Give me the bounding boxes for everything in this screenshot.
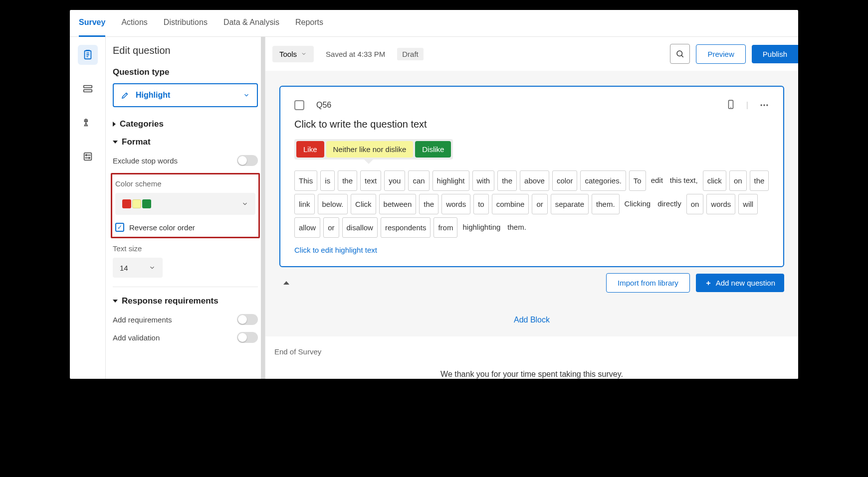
highlight-word[interactable]: them.	[505, 217, 528, 238]
tools-dropdown[interactable]: Tools	[272, 46, 314, 62]
section-categories[interactable]: Categories	[113, 119, 258, 129]
highlight-text-area[interactable]: Thisisthetextyoucanhighlightwiththeabove…	[294, 170, 769, 238]
highlight-word[interactable]: the	[497, 170, 517, 191]
highlight-word[interactable]: above	[520, 170, 549, 191]
rail-look-icon[interactable]	[78, 113, 98, 133]
highlight-word[interactable]: To	[629, 170, 646, 191]
section-format[interactable]: Format	[113, 137, 258, 147]
divider	[113, 287, 258, 287]
search-button[interactable]	[670, 44, 690, 64]
highlight-word[interactable]: disallow	[342, 217, 378, 238]
chevron-down-icon	[241, 200, 248, 207]
more-icon[interactable]	[759, 100, 769, 110]
add-requirements-label: Add requirements	[113, 316, 172, 324]
highlight-word[interactable]: This	[294, 170, 317, 191]
rail-builder-icon[interactable]	[78, 45, 98, 65]
color-scheme-select[interactable]	[115, 193, 255, 215]
highlight-word[interactable]: or	[532, 194, 547, 214]
highlight-word[interactable]: is	[320, 170, 335, 191]
add-requirements-toggle[interactable]	[237, 314, 258, 325]
highlight-word[interactable]: categories.	[580, 170, 626, 191]
edit-highlight-link[interactable]: Click to edit highlight text	[294, 246, 769, 254]
mobile-preview-icon[interactable]	[726, 99, 735, 112]
highlight-word[interactable]: click	[703, 170, 726, 191]
highlight-word[interactable]: allow	[294, 217, 320, 238]
svg-point-9	[763, 104, 765, 106]
highlight-word[interactable]: Click	[351, 194, 376, 214]
category-neutral[interactable]: Neither like nor dislike	[326, 141, 414, 158]
highlight-word[interactable]: them.	[592, 194, 620, 214]
highlight-word[interactable]: edit	[649, 170, 665, 191]
highlight-word[interactable]: can	[408, 170, 429, 191]
svg-point-10	[766, 104, 768, 106]
svg-rect-3	[84, 153, 91, 160]
svg-point-5	[88, 157, 90, 159]
highlight-word[interactable]: with	[472, 170, 495, 191]
draft-badge: Draft	[397, 48, 424, 60]
highlight-word[interactable]: words	[441, 194, 470, 214]
caret-down-icon	[113, 141, 118, 144]
tab-data-analysis[interactable]: Data & Analysis	[223, 10, 279, 37]
tab-survey[interactable]: Survey	[79, 10, 105, 37]
rail-flow-icon[interactable]	[78, 79, 98, 99]
highlight-word[interactable]: below.	[318, 194, 348, 214]
highlight-word[interactable]: this text,	[668, 170, 700, 191]
category-pointer-icon	[364, 159, 373, 164]
exclude-stop-words-label: Exclude stop words	[113, 157, 178, 165]
add-question-button[interactable]: Add new question	[696, 274, 784, 292]
tab-actions[interactable]: Actions	[121, 10, 147, 37]
highlight-word[interactable]: text	[360, 170, 381, 191]
highlight-word[interactable]: Clicking	[623, 194, 653, 214]
svg-rect-1	[83, 86, 92, 88]
highlight-word[interactable]: separate	[551, 194, 589, 214]
highlight-word[interactable]: the	[750, 170, 769, 191]
question-type-select[interactable]: Highlight	[113, 83, 258, 107]
highlight-word[interactable]: the	[338, 170, 357, 191]
preview-button[interactable]: Preview	[696, 44, 745, 64]
question-select-checkbox[interactable]	[294, 100, 304, 110]
highlight-word[interactable]: words	[706, 194, 735, 214]
tab-distributions[interactable]: Distributions	[164, 10, 208, 37]
add-block-link[interactable]: Add Block	[265, 307, 798, 333]
highlight-word[interactable]: will	[738, 194, 758, 214]
highlight-word[interactable]: highlight	[433, 170, 469, 191]
add-validation-toggle[interactable]	[237, 332, 258, 343]
svg-point-4	[85, 155, 87, 156]
highlight-word[interactable]: to	[473, 194, 489, 214]
question-text[interactable]: Click to write the question text	[294, 119, 769, 130]
publish-button[interactable]: Publish	[752, 45, 798, 63]
category-dislike[interactable]: Dislike	[415, 141, 451, 158]
reverse-color-checkbox[interactable]: ✓	[115, 223, 124, 232]
highlight-word[interactable]: from	[434, 217, 457, 238]
highlight-word[interactable]: you	[384, 170, 405, 191]
question-card[interactable]: Q56 | Click to write the question text L…	[279, 86, 784, 267]
highlight-word[interactable]: link	[294, 194, 315, 214]
highlight-word[interactable]: on	[686, 194, 704, 214]
highlight-word[interactable]: or	[323, 217, 339, 238]
highlight-word[interactable]: combine	[492, 194, 529, 214]
collapse-block-icon[interactable]	[283, 281, 289, 285]
rail-options-icon[interactable]	[78, 147, 98, 166]
category-like[interactable]: Like	[296, 141, 324, 158]
block-actions: Import from library Add new question	[279, 273, 784, 293]
chevron-down-icon	[243, 92, 250, 99]
section-response-requirements[interactable]: Response requirements	[113, 296, 258, 306]
text-size-select[interactable]: 14	[113, 258, 163, 278]
swatch-yellow	[132, 199, 141, 208]
tab-reports[interactable]: Reports	[295, 10, 323, 37]
text-size-value: 14	[120, 264, 128, 272]
end-of-survey-label: End of Survey	[274, 347, 789, 356]
caret-down-icon	[113, 300, 118, 303]
import-library-button[interactable]: Import from library	[606, 273, 690, 293]
color-swatches	[122, 199, 151, 208]
highlight-word[interactable]: color	[552, 170, 578, 191]
highlight-word[interactable]: directly	[655, 194, 683, 214]
highlight-word[interactable]: respondents	[381, 217, 431, 238]
highlight-word[interactable]: highlighting	[460, 217, 502, 238]
exclude-stop-words-toggle[interactable]	[237, 155, 258, 166]
highlight-word[interactable]: on	[729, 170, 747, 191]
tools-label: Tools	[279, 50, 297, 58]
highlight-word[interactable]: the	[419, 194, 438, 214]
highlight-word[interactable]: between	[379, 194, 417, 214]
top-tabs: Survey Actions Distributions Data & Anal…	[70, 10, 798, 37]
